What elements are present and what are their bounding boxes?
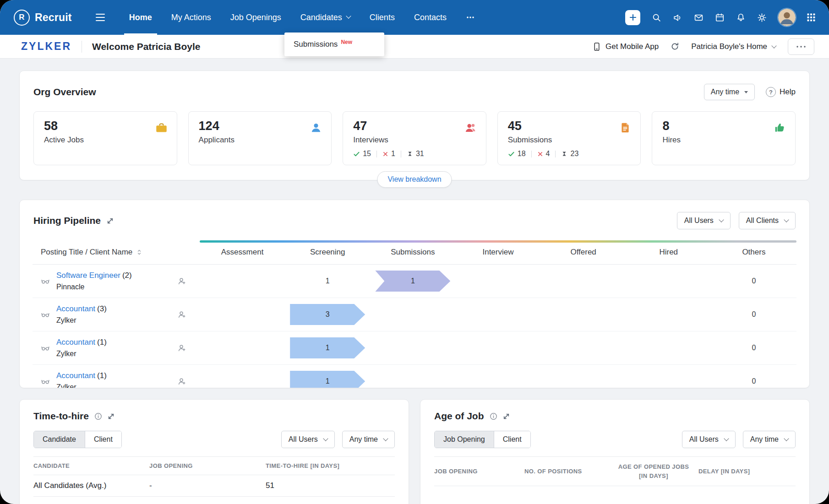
expand-icon[interactable]: [108, 413, 115, 420]
column-time-to-hire: TIME-TO-HIRE [IN DAYS]: [266, 462, 395, 469]
nav-home[interactable]: Home: [120, 0, 162, 35]
help-label: Help: [780, 87, 796, 97]
app-window: R Recruit Home My Actions Job Openings C…: [0, 0, 829, 504]
question-icon: ?: [766, 87, 776, 97]
cell-submissions: [370, 365, 455, 388]
pipeline-row: Accountant(1) Zylker 1: [33, 365, 796, 388]
submissions-pending: 23: [561, 150, 578, 158]
notifications-bell-icon[interactable]: [736, 13, 746, 22]
cell-interview: [455, 265, 540, 298]
aoj-users-filter[interactable]: All Users: [682, 431, 736, 448]
nav-my-actions[interactable]: My Actions: [162, 0, 221, 35]
dropdown-item-submissions[interactable]: Submissions: [294, 40, 338, 49]
tab-candidate[interactable]: Candidate: [34, 431, 85, 448]
pipeline-clients-filter[interactable]: All Clients: [739, 212, 796, 229]
announcement-icon[interactable]: [673, 13, 682, 22]
cross-icon: [537, 151, 543, 157]
tth-time-filter[interactable]: Any time: [342, 431, 395, 448]
posting-link[interactable]: Software Engineer: [56, 271, 120, 280]
column-posting-title[interactable]: Posting Title / Client Name: [33, 248, 200, 257]
main-nav: Home My Actions Job Openings Candidates …: [120, 0, 485, 35]
home-selector[interactable]: Patricia Boyle's Home: [691, 42, 776, 51]
nav-job-openings[interactable]: Job Openings: [221, 0, 291, 35]
quick-add-button[interactable]: [625, 10, 640, 25]
cell-others: 0: [711, 265, 796, 298]
stat-active-jobs[interactable]: 58 Active Jobs: [33, 111, 177, 165]
caret-down-icon: [744, 91, 748, 93]
org-time-filter[interactable]: Any time: [704, 84, 755, 100]
more-options-button[interactable]: [788, 38, 814, 55]
add-candidate-icon[interactable]: [178, 310, 186, 319]
mail-icon[interactable]: [694, 13, 704, 22]
stat-submissions[interactable]: 45 Submissions 18: [497, 111, 641, 165]
view-breakdown-button[interactable]: View breakdown: [377, 171, 452, 188]
posting-count: (2): [122, 271, 132, 280]
aoj-time-filter[interactable]: Any time: [743, 431, 796, 448]
add-candidate-icon[interactable]: [178, 377, 186, 385]
tab-client[interactable]: Client: [85, 431, 121, 448]
nav-clients[interactable]: Clients: [360, 0, 404, 35]
expand-icon[interactable]: [107, 217, 114, 224]
submissions-rejected: 4: [537, 150, 550, 158]
column-submissions: Submissions: [370, 248, 455, 257]
settings-gear-icon[interactable]: [757, 13, 767, 22]
chevron-down-icon: [383, 436, 388, 441]
nav-more[interactable]: [456, 0, 485, 35]
expand-icon[interactable]: [503, 413, 510, 420]
stage-arrow[interactable]: 1: [375, 271, 450, 292]
zylker-logo[interactable]: ZYLKER: [21, 40, 71, 53]
pipeline-users-filter-label: All Users: [684, 217, 714, 225]
cell-interview: [455, 331, 540, 364]
tth-time-filter-label: Any time: [349, 435, 378, 444]
nav-contacts[interactable]: Contacts: [404, 0, 456, 35]
search-icon[interactable]: [652, 13, 661, 22]
stat-value: 8: [662, 119, 785, 133]
posting-link[interactable]: Accountant: [56, 371, 95, 380]
cell-hired: [626, 265, 711, 298]
get-mobile-app-button[interactable]: Get Mobile App: [592, 42, 659, 51]
plus-icon: [628, 13, 638, 22]
stat-value: 45: [508, 119, 631, 133]
cell-assessment: [200, 331, 285, 364]
menu-icon[interactable]: [93, 11, 108, 24]
info-icon[interactable]: [490, 412, 497, 420]
brand[interactable]: R Recruit: [14, 10, 72, 26]
add-candidate-icon[interactable]: [178, 277, 186, 285]
glasses-icon: [41, 277, 50, 285]
posting-link[interactable]: Accountant: [56, 304, 95, 313]
apps-grid-icon[interactable]: [807, 13, 815, 22]
stat-applicants[interactable]: 124 Applicants: [188, 111, 332, 165]
nav-candidates[interactable]: Candidates: [291, 0, 360, 35]
tth-users-filter[interactable]: All Users: [281, 431, 335, 448]
divider: [401, 151, 401, 157]
cell-submissions: [370, 331, 455, 364]
add-candidate-icon[interactable]: [178, 344, 186, 352]
stat-label: Interviews: [353, 135, 476, 145]
tab-client[interactable]: Client: [494, 431, 530, 448]
stat-interviews[interactable]: 47 Interviews 15: [343, 111, 486, 165]
cell-others: 0: [711, 331, 796, 364]
chevron-down-icon: [346, 13, 351, 18]
calendar-icon[interactable]: [715, 13, 725, 22]
tth-users-filter-label: All Users: [289, 435, 318, 444]
cell-screening: 3: [285, 298, 370, 331]
client-name: Zylker: [56, 383, 171, 388]
stat-hires[interactable]: 8 Hires: [652, 111, 796, 165]
stage-arrow[interactable]: 3: [290, 304, 365, 325]
pipeline-users-filter[interactable]: All Users: [677, 212, 731, 229]
stage-arrow[interactable]: 1: [290, 371, 365, 388]
stat-label: Active Jobs: [44, 135, 167, 145]
stage-arrow[interactable]: 1: [290, 337, 365, 358]
posting-link[interactable]: Accountant: [56, 338, 95, 347]
tab-job-opening[interactable]: Job Opening: [435, 431, 494, 448]
user-avatar[interactable]: [778, 9, 796, 26]
cell-offered: [541, 365, 626, 388]
cross-icon: [382, 151, 388, 157]
info-icon[interactable]: [94, 412, 102, 420]
help-button[interactable]: ? Help: [766, 87, 796, 97]
column-offered: Offered: [541, 248, 626, 257]
pipeline-clients-filter-label: All Clients: [746, 217, 779, 225]
interviews-pending: 31: [407, 150, 424, 158]
refresh-icon[interactable]: [671, 42, 679, 51]
person-icon: [310, 122, 322, 134]
